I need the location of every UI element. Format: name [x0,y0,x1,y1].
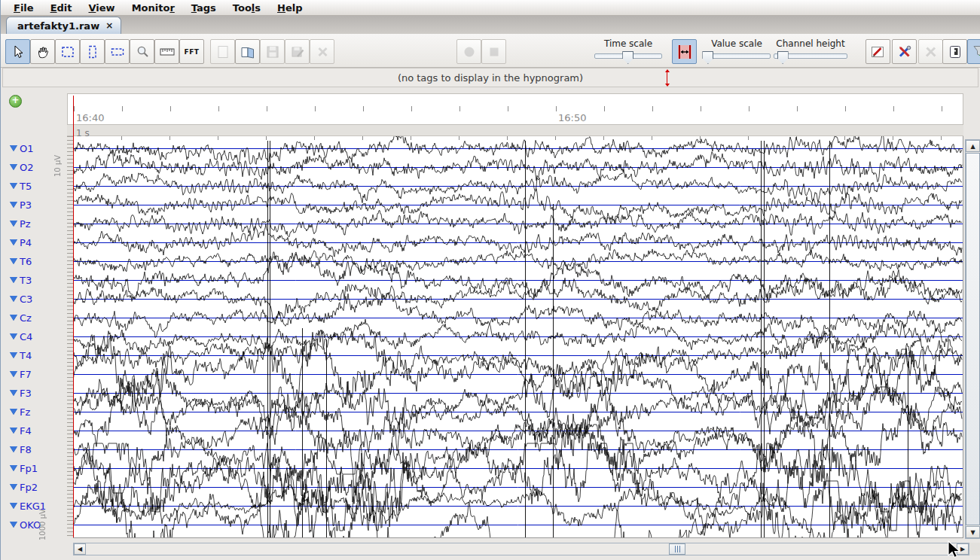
channel-collapse-icon[interactable] [10,465,17,471]
channel-name: F8 [20,444,32,455]
menu-item-help[interactable]: Help [269,2,310,14]
channel-collapse-icon[interactable] [10,428,17,434]
new-tag-document-button[interactable] [210,39,235,64]
fft-tool-button[interactable]: FFT [179,39,204,64]
channel-collapse-icon[interactable] [10,202,17,208]
channel-label-F8[interactable]: F8 [10,443,66,456]
add-channel-button[interactable]: + [9,95,22,108]
menu-item-tools[interactable]: Tools [224,2,269,14]
montage-presets-button[interactable] [942,39,967,64]
channel-collapse-icon[interactable] [10,371,17,377]
channel-collapse-icon[interactable] [10,239,17,245]
signal-tools-button[interactable] [918,39,943,64]
channel-collapse-icon[interactable] [10,503,17,509]
ruler-icon [160,44,175,59]
channel-collapse-icon[interactable] [10,333,17,339]
channel-label-Fz[interactable]: Fz [10,405,66,418]
value-scale-slider-track[interactable] [703,53,771,59]
channel-collapse-icon[interactable] [10,315,17,321]
channel-label-T5[interactable]: T5 [10,179,66,193]
column-select-tool-button[interactable] [80,39,105,64]
filter-toggle-button[interactable] [967,39,980,64]
montage-tools-button[interactable] [892,39,917,64]
channel-collapse-icon[interactable] [10,446,17,452]
channel-collapse-icon[interactable] [10,409,17,415]
channel-collapse-icon[interactable] [10,296,17,302]
channel-label-T3[interactable]: T3 [10,273,66,287]
row-select-tool-button[interactable] [105,39,130,64]
channel-label-C3[interactable]: C3 [10,292,66,306]
mouse-cursor [947,540,963,560]
hypnogram-strip[interactable]: (no tags to display in the hypnogram) [2,68,978,87]
tab-close-icon[interactable]: × [105,22,113,29]
channel-collapse-icon[interactable] [10,183,17,189]
channel-label-Cz[interactable]: Cz [10,311,66,324]
zoom-tool-button[interactable] [130,39,154,64]
channel-name: C3 [20,294,32,305]
floppy-edit-icon [290,44,305,59]
horizontal-scrollbar[interactable]: ◀ ▶ [73,543,969,555]
scroll-left-button[interactable]: ◀ [74,543,86,555]
save-tags-as-button[interactable] [285,39,310,64]
channel-label-P4[interactable]: P4 [10,236,66,249]
time-scale-strip: 1 s [67,125,963,136]
channel-collapse-icon[interactable] [10,164,17,170]
channel-height-slider-track[interactable] [774,53,847,59]
channel-name: Fz [20,406,30,418]
value-scale-slider-thumb[interactable] [702,51,713,64]
horizontal-scroll-thumb[interactable] [669,543,685,555]
record-button[interactable] [456,39,481,64]
delete-x-icon [315,44,330,59]
channel-label-Fp1[interactable]: Fp1 [10,461,66,475]
menu-item-view[interactable]: View [81,2,124,14]
channel-collapse-icon[interactable] [10,352,17,358]
channel-label-F3[interactable]: F3 [10,386,66,400]
channel-name: F3 [20,388,32,399]
channel-collapse-icon[interactable] [10,484,17,490]
channel-label-F4[interactable]: F4 [10,424,66,437]
stop-button[interactable] [481,39,506,64]
tab-artefakty1[interactable]: artefakty1.raw × [6,17,121,34]
channel-label-Pz[interactable]: Pz [10,217,66,230]
time-scale-slider-track[interactable] [594,53,662,59]
channel-collapse-icon[interactable] [10,258,17,264]
channel-label-EKG1[interactable]: EKG1 [10,499,66,513]
hand-tool-button[interactable] [30,39,55,64]
channel-height-slider-thumb[interactable] [777,51,789,64]
channel-collapse-icon[interactable] [10,390,17,396]
eeg-plot[interactable] [73,136,963,538]
channel-collapse-icon[interactable] [10,522,17,528]
scroll-up-button[interactable]: ▲ [966,140,980,152]
channel-label-T4[interactable]: T4 [10,348,66,362]
save-tags-button[interactable] [260,39,285,64]
vertical-scrollbar[interactable]: ▲ ▼ [965,139,980,539]
channel-label-C4[interactable]: C4 [10,330,66,343]
fit-time-scale-button[interactable] [672,39,697,64]
channel-name: O1 [20,143,34,154]
time-scale-slider-thumb[interactable] [622,51,633,64]
value-tick-ruler [67,136,73,537]
channel-collapse-icon[interactable] [10,145,17,151]
scroll-down-button[interactable]: ▼ [966,526,980,538]
menu-item-tags[interactable]: Tags [183,2,224,14]
channel-collapse-icon[interactable] [10,221,17,227]
channel-name: P3 [20,199,32,211]
channel-name: P4 [20,237,32,248]
channel-label-Fp2[interactable]: Fp2 [10,480,66,494]
ruler-tool-button[interactable] [154,39,179,64]
pointer-tool-button[interactable] [5,39,30,64]
channel-label-P3[interactable]: P3 [10,198,66,212]
channel-collapse-icon[interactable] [10,277,17,283]
select-tool-button[interactable] [55,39,80,64]
vertical-scroll-thumb[interactable] [966,153,980,525]
time-ruler[interactable]: 16:4016:50 [67,93,963,125]
channel-label-F7[interactable]: F7 [10,367,66,381]
channel-label-T6[interactable]: T6 [10,254,66,268]
close-tags-button[interactable] [310,39,334,64]
menu-item-edit[interactable]: Edit [42,2,81,14]
menu-item-monitor[interactable]: Monitor [124,2,183,14]
menu-item-file[interactable]: File [5,2,42,14]
edit-montage-button[interactable] [866,39,890,64]
open-tag-document-button[interactable] [235,39,260,64]
channel-label-OKO[interactable]: OKO [10,518,66,531]
